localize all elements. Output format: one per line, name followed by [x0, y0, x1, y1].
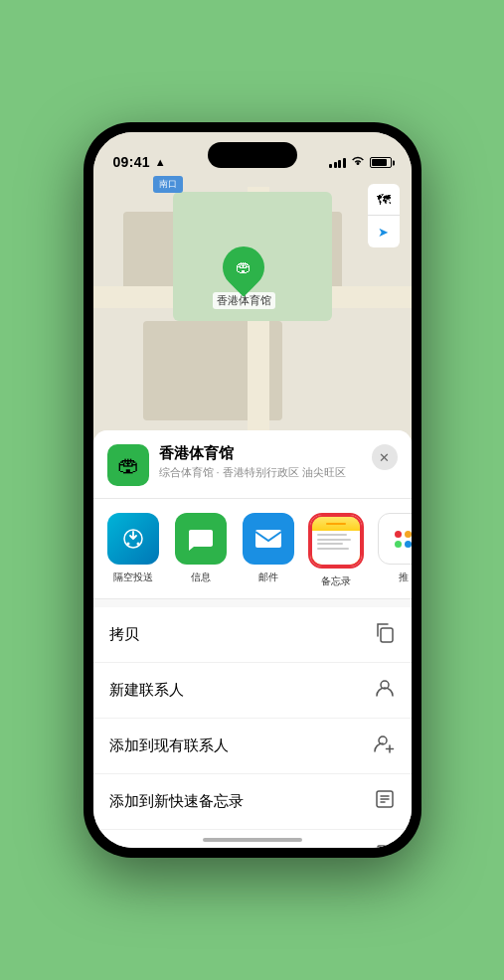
messages-icon — [175, 513, 227, 565]
share-item-notes[interactable]: 备忘录 — [306, 513, 366, 588]
action-new-contact[interactable]: 新建联系人 — [93, 663, 412, 719]
share-item-more[interactable]: 推 — [374, 513, 412, 588]
mail-icon — [243, 513, 294, 565]
svg-rect-13 — [378, 846, 392, 848]
share-label-notes: 备忘录 — [321, 574, 351, 588]
map-landmark-label: 南口 — [153, 176, 183, 193]
dynamic-island — [208, 142, 297, 168]
action-add-to-quick-note[interactable]: 添加到新快速备忘录 — [93, 774, 412, 830]
venue-header: 🏟 香港体育馆 综合体育馆 · 香港特别行政区 油尖旺区 ✕ — [93, 430, 412, 499]
svg-rect-3 — [255, 530, 281, 548]
signal-icon — [329, 158, 346, 168]
action-copy-label: 拷贝 — [109, 625, 139, 644]
home-indicator — [203, 838, 302, 842]
svg-point-1 — [126, 543, 129, 546]
venue-icon: 🏟 — [107, 444, 149, 486]
venue-marker: 🏟 香港体育馆 — [213, 246, 275, 309]
note-icon — [374, 788, 396, 815]
share-label-mail: 邮件 — [258, 571, 278, 584]
action-new-contact-label: 新建联系人 — [109, 681, 184, 700]
action-quick-note-label: 添加到新快速备忘录 — [109, 792, 244, 811]
action-add-contact-label: 添加到现有联系人 — [109, 736, 229, 755]
share-label-more: 推 — [399, 571, 409, 584]
share-item-mail[interactable]: 邮件 — [239, 513, 298, 588]
svg-rect-4 — [381, 628, 393, 642]
person-icon — [374, 677, 396, 704]
phone-frame: 09:41 ▲ — [84, 122, 421, 858]
close-button[interactable]: ✕ — [372, 444, 398, 470]
person-add-icon — [374, 733, 396, 759]
battery-icon — [370, 157, 392, 168]
share-item-airdrop[interactable]: 隔空投送 — [103, 513, 163, 588]
phone-screen: 09:41 ▲ — [93, 132, 412, 848]
action-copy[interactable]: 拷贝 — [93, 607, 412, 663]
print-icon — [374, 844, 396, 848]
venue-name: 香港体育馆 — [159, 444, 362, 463]
status-time: 09:41 — [113, 154, 150, 170]
action-list: 拷贝 新建联系人 添加到现有联系人 — [93, 607, 412, 848]
airdrop-icon — [107, 513, 159, 565]
share-row: 隔空投送 信息 邮件 — [93, 499, 412, 599]
notes-icon — [310, 515, 362, 567]
bottom-sheet: 🏟 香港体育馆 综合体育馆 · 香港特别行政区 油尖旺区 ✕ 隔空投送 — [93, 430, 412, 848]
copy-icon — [374, 621, 396, 648]
map-layers-button[interactable]: 🗺 — [368, 184, 400, 216]
share-item-messages[interactable]: 信息 — [171, 513, 231, 588]
location-button[interactable]: ➤ — [368, 216, 400, 247]
wifi-icon — [351, 155, 365, 170]
action-add-to-contact[interactable]: 添加到现有联系人 — [93, 719, 412, 774]
map-controls: 🗺 ➤ — [368, 184, 400, 247]
status-icons — [329, 155, 392, 170]
svg-point-2 — [136, 543, 139, 546]
venue-info: 香港体育馆 综合体育馆 · 香港特别行政区 油尖旺区 — [159, 444, 362, 480]
share-label-airdrop: 隔空投送 — [113, 571, 153, 584]
venue-description: 综合体育馆 · 香港特别行政区 油尖旺区 — [159, 465, 362, 480]
share-label-messages: 信息 — [191, 571, 211, 584]
